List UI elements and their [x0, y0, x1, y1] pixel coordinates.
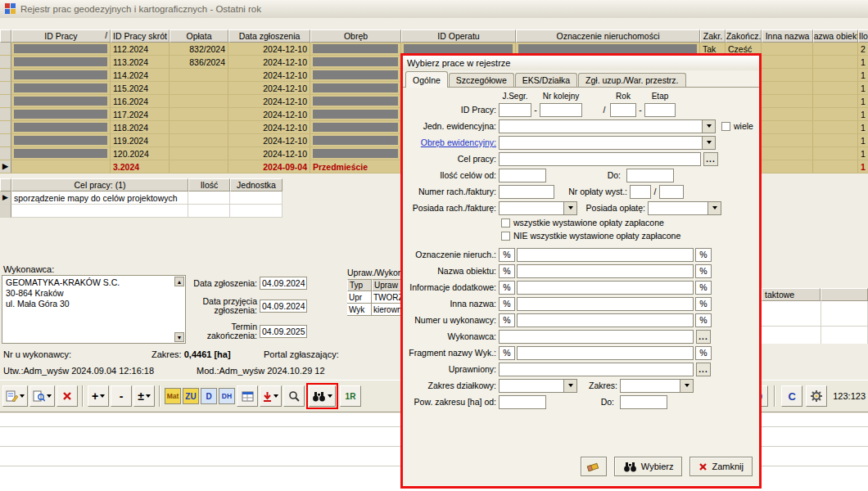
combo-dropdown-icon[interactable]	[708, 201, 721, 215]
col-oplata[interactable]: Opłata	[170, 29, 228, 43]
col-data-zgloszenia[interactable]: Data zgłoszenia	[228, 29, 310, 43]
edit-record-button[interactable]	[2, 385, 28, 407]
numer-wykonawcy-input[interactable]	[517, 313, 694, 327]
zoom-button[interactable]	[283, 385, 305, 407]
nr-oplaty-input-1[interactable]	[630, 185, 651, 199]
numer-rach-input[interactable]	[499, 185, 554, 199]
cell-id	[11, 95, 111, 108]
col-jednostka[interactable]: Jednostka	[230, 178, 283, 191]
combo-dropdown-icon[interactable]	[564, 201, 577, 215]
zakres-dzialkowy-select[interactable]	[499, 379, 577, 393]
scroll-down-icon[interactable]: ▼	[174, 332, 184, 342]
id-pracy-nr-kolejny-input[interactable]	[540, 103, 582, 117]
combo-dropdown-icon[interactable]	[703, 136, 716, 150]
plus-minus-button[interactable]: ±	[133, 385, 155, 407]
col-cel-pracy[interactable]: Cel pracy: (1)	[11, 178, 188, 191]
delete-record-button[interactable]	[57, 385, 78, 407]
add-button[interactable]: +	[88, 385, 109, 407]
cell-data: 2024-12-10	[228, 147, 310, 160]
uprawniony-input[interactable]	[499, 363, 694, 376]
jedn-ewidencyjna-select[interactable]	[499, 119, 716, 133]
fragment-nazwy-input[interactable]	[517, 346, 694, 360]
pow-zakresu-label: Pow. zakresu [ha] od:	[403, 397, 499, 407]
col-ilosc[interactable]: Ilość	[188, 178, 230, 191]
redacted-cell	[14, 97, 107, 106]
tab-eks-dzialka[interactable]: EKS/Działka	[515, 73, 577, 87]
col-zakoncz[interactable]: Zakończ.	[726, 29, 762, 43]
id-pracy-rok-input[interactable]	[610, 103, 636, 117]
portal-zglaszajacy-label: Portal zgłaszający:	[264, 349, 339, 359]
dialog-title-bar[interactable]: Wybierz prace w rejestrze	[403, 56, 759, 70]
scroll-up-icon[interactable]: ▲	[174, 277, 184, 286]
tab-zgl-uzup[interactable]: Zgł. uzup./War. przestrz.	[578, 73, 685, 87]
wykonawca-memo[interactable]: GEOMATYKA-KRAKÓW S.C. 30-864 Kraków ul. …	[2, 275, 186, 344]
cel-pracy-browse-button[interactable]: ...	[703, 152, 718, 166]
table-view-button[interactable]	[237, 385, 258, 407]
combo-dropdown-icon[interactable]	[680, 379, 694, 393]
etap-header: Etap	[644, 92, 676, 101]
uprawniony-browse-button[interactable]: ...	[696, 363, 711, 376]
combo-dropdown-icon[interactable]	[564, 379, 577, 393]
posiada-rach-select[interactable]	[499, 201, 577, 215]
d-button[interactable]: D	[201, 388, 217, 404]
wiele-checkbox[interactable]	[721, 122, 730, 131]
zakres-select[interactable]	[620, 379, 694, 393]
obreb-ewidencyjny-link[interactable]: Obręb ewidencyjny:	[403, 137, 499, 147]
wszystkie-oplaty-checkbox[interactable]	[501, 218, 510, 227]
cell-id	[11, 82, 111, 95]
remove-button[interactable]: -	[111, 385, 132, 407]
mat-button[interactable]: Mat	[165, 388, 181, 404]
obreb-ewidencyjny-select[interactable]	[499, 136, 716, 150]
oznaczenie-input[interactable]	[517, 248, 694, 262]
col-id-pracy-skrot[interactable]: ID Pracy skrót	[111, 29, 170, 43]
col-nazwa-obiektu[interactable]: Nazwa obiektu	[813, 29, 858, 43]
percent-box: %	[499, 297, 515, 311]
numer-wykonawcy-label: Numer u wykonawcy:	[403, 315, 499, 325]
ilosc-celow-od-input[interactable]	[499, 169, 546, 182]
one-r-button[interactable]: 1R	[340, 385, 361, 407]
cell-oplata	[170, 160, 228, 173]
nazwa-obiektu-input[interactable]	[517, 264, 694, 278]
wykonawca-browse-button[interactable]: ...	[696, 330, 711, 344]
col-inna-nazwa[interactable]: Inna nazwa	[762, 29, 813, 43]
id-pracy-etap-input[interactable]	[644, 103, 676, 117]
ilosc-celow-do-input[interactable]	[626, 169, 674, 182]
pow-zakresu-do-input[interactable]	[620, 395, 667, 409]
zakres-label: Zakres:	[585, 381, 620, 390]
col-ilosc-etapow[interactable]: Ilość etapów	[858, 29, 868, 43]
cell-data: 2024-09-04	[228, 160, 310, 173]
pow-zakresu-od-input[interactable]	[499, 395, 546, 409]
id-pracy-jsegr-input[interactable]	[499, 103, 531, 117]
cel-pracy-input[interactable]	[499, 152, 701, 166]
nie-wszystkie-oplaty-checkbox[interactable]	[501, 232, 510, 241]
export-down-button[interactable]	[260, 385, 282, 407]
clear-filters-button[interactable]	[581, 457, 607, 476]
tab-ogolne[interactable]: Ogólne	[405, 71, 448, 88]
cell-skrot: 119.2024	[111, 134, 170, 147]
combo-dropdown-icon[interactable]	[703, 119, 716, 133]
wybierz-button[interactable]: Wybierz	[614, 457, 683, 476]
wykonawca-input[interactable]	[499, 330, 694, 344]
row-indicator: ▶	[0, 160, 11, 173]
col-id-operatu[interactable]: ID Operatu	[401, 29, 516, 43]
col-id-pracy[interactable]: ID Pracy/	[11, 29, 111, 43]
posiada-oplate-select[interactable]	[648, 201, 721, 215]
col-oznaczenie[interactable]: Oznaczenie nieruchomości	[516, 29, 700, 43]
settings-button[interactable]	[806, 385, 827, 407]
cel-pracy-row[interactable]: ▶ sporządzenie mapy do celów projektowyc…	[0, 191, 283, 205]
col-zakr[interactable]: Zakr.	[700, 29, 726, 43]
ilosc-celow-row: Ilość celów od: Do:	[403, 167, 754, 183]
nr-oplaty-input-2[interactable]	[659, 185, 684, 199]
zu-button[interactable]: ZU	[183, 388, 199, 404]
refresh-button[interactable]: C	[781, 385, 802, 407]
col-obreb[interactable]: Obręb	[310, 29, 401, 43]
tab-szczegolowe[interactable]: Szczegółowe	[449, 73, 514, 87]
dh-button[interactable]: DH	[219, 388, 235, 404]
informacje-input[interactable]	[517, 281, 694, 295]
redacted-cell	[313, 97, 398, 106]
find-works-button[interactable]	[309, 385, 336, 407]
view-record-button[interactable]	[29, 385, 55, 407]
zamknij-button[interactable]: Zamknij	[689, 457, 753, 476]
cell-oplata: 832/2024	[170, 43, 228, 56]
inna-nazwa-input[interactable]	[517, 297, 694, 311]
